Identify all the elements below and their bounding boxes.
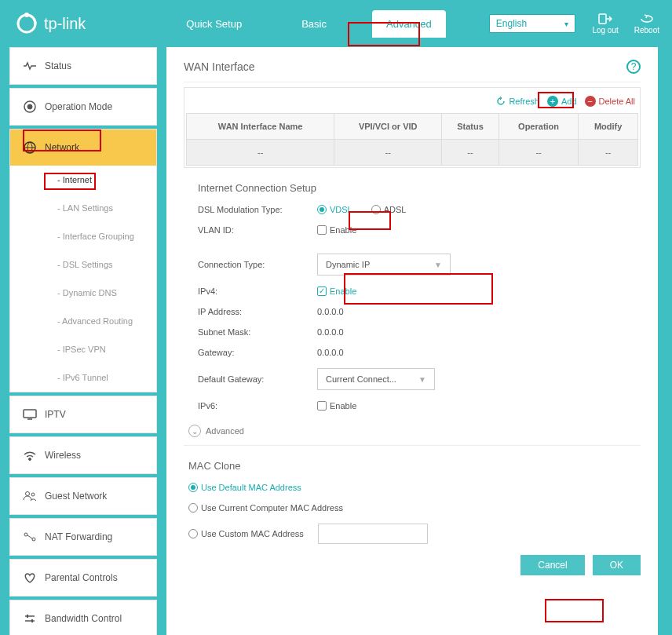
- defgw-label: Default Gateway:: [184, 374, 317, 384]
- radio-icon: [317, 205, 327, 214]
- sidebar-label: Parental Controls: [45, 572, 118, 583]
- sidebar-item-nat[interactable]: NAT Forwarding: [10, 519, 156, 555]
- ipv4-label: IPv4:: [184, 286, 317, 296]
- tab-basic[interactable]: Basic: [287, 10, 341, 38]
- checkbox-ipv6-enable[interactable]: Enable: [317, 401, 356, 411]
- sidebar-label: Network: [45, 142, 79, 153]
- checkbox-icon: [317, 401, 327, 411]
- vlan-enable-label: Enable: [330, 225, 356, 235]
- target-icon: [23, 100, 37, 114]
- wan-table: WAN Interface Name VPI/VCI or VID Status…: [186, 113, 638, 166]
- tv-icon: [23, 407, 37, 422]
- radio-adsl[interactable]: ADSL: [371, 205, 407, 214]
- separator: [184, 445, 641, 446]
- main-wrap: Status Operation Mode Network - Internet…: [0, 47, 672, 635]
- subnav-ipsec[interactable]: - IPSec VPN: [10, 335, 156, 363]
- plus-icon: +: [547, 96, 558, 107]
- content-header: WAN Interface ?: [184, 60, 641, 82]
- pulse-icon: [23, 59, 37, 73]
- tab-quick-setup[interactable]: Quick Setup: [172, 10, 256, 38]
- radio-icon: [188, 483, 198, 492]
- th-status: Status: [442, 114, 499, 140]
- ipaddr-label: IP Address:: [184, 307, 317, 316]
- refresh-label: Refresh: [509, 97, 539, 106]
- subnav-dsl[interactable]: - DSL Settings: [10, 250, 156, 279]
- mac-custom-label: Use Custom MAC Address: [201, 529, 304, 538]
- subnav-ddns[interactable]: - Dynamic DNS: [10, 279, 156, 307]
- ok-button[interactable]: OK: [593, 555, 641, 575]
- radio-mac-default[interactable]: Use Default MAC Address: [188, 483, 301, 492]
- row-ipv4: IPv4: Enable: [184, 286, 641, 296]
- cell: --: [442, 140, 499, 166]
- radio-mac-custom[interactable]: Use Custom MAC Address: [188, 529, 304, 538]
- sidebar-item-network[interactable]: Network: [10, 130, 156, 166]
- ipv6-label: IPv6:: [184, 401, 317, 411]
- radio-vdsl[interactable]: VDSL: [317, 205, 352, 214]
- radio-icon: [188, 503, 198, 513]
- help-icon[interactable]: ?: [626, 60, 641, 74]
- refresh-icon: [496, 97, 506, 106]
- svg-point-7: [29, 458, 31, 461]
- topbar: tp-link Quick Setup Basic Advanced Engli…: [0, 0, 672, 47]
- svg-point-9: [31, 493, 35, 496]
- sidebar-item-status[interactable]: Status: [10, 48, 156, 84]
- sidebar-item-wireless[interactable]: Wireless: [10, 437, 156, 473]
- checkbox-ipv4-enable[interactable]: Enable: [317, 286, 356, 296]
- cancel-button[interactable]: Cancel: [520, 555, 584, 575]
- svg-point-10: [24, 533, 27, 536]
- radio-icon: [188, 529, 198, 538]
- sidebar-item-guest[interactable]: Guest Network: [10, 478, 156, 514]
- row-mac-current: Use Current Computer MAC Address: [184, 503, 641, 513]
- sidebar: Status Operation Mode Network - Internet…: [0, 47, 157, 635]
- radio-icon: [371, 205, 381, 214]
- language-value: English: [496, 18, 527, 29]
- subnav-lan[interactable]: - LAN Settings: [10, 194, 156, 222]
- subnav-ifgroup[interactable]: - Interface Grouping: [10, 222, 156, 250]
- cell: --: [579, 140, 638, 166]
- wifi-icon: [23, 448, 37, 462]
- users-icon: [23, 489, 37, 503]
- add-button[interactable]: + Add: [544, 94, 580, 108]
- defgw-value: Current Connect...: [326, 374, 396, 384]
- adsl-label: ADSL: [384, 205, 407, 214]
- defgw-select[interactable]: Current Connect... ▼: [317, 368, 435, 390]
- logout-button[interactable]: Log out: [592, 13, 618, 35]
- radio-mac-current[interactable]: Use Current Computer MAC Address: [188, 503, 343, 513]
- advanced-label: Advanced: [206, 426, 244, 436]
- top-actions: Log out Reboot: [592, 13, 659, 35]
- content-pane: WAN Interface ? Refresh + Add − Delete A…: [166, 47, 658, 635]
- sidebar-item-opmode[interactable]: Operation Mode: [10, 89, 156, 125]
- sidebar-label: NAT Forwarding: [45, 531, 112, 542]
- row-defgw: Default Gateway: Current Connect... ▼: [184, 368, 641, 390]
- svg-point-1: [24, 13, 29, 17]
- chevron-down-icon: ▾: [564, 20, 568, 28]
- th-modify: Modify: [579, 114, 638, 140]
- subnav-advrouting[interactable]: - Advanced Routing: [10, 307, 156, 335]
- cell: --: [334, 140, 442, 166]
- brand-text: tp-link: [44, 15, 86, 33]
- sidebar-item-parental[interactable]: Parental Controls: [10, 560, 156, 596]
- sidebar-label: Operation Mode: [45, 101, 112, 112]
- mac-custom-input[interactable]: [318, 524, 428, 544]
- ipv6-enable-label: Enable: [330, 401, 356, 411]
- delete-all-button[interactable]: − Delete All: [582, 94, 638, 108]
- mac-default-label: Use Default MAC Address: [201, 483, 301, 492]
- language-select[interactable]: English ▾: [489, 14, 575, 33]
- sidebar-item-bw[interactable]: Bandwidth Control: [10, 600, 156, 635]
- conntype-select[interactable]: Dynamic IP ▼: [317, 254, 451, 276]
- subnav-ipv6tunnel[interactable]: - IPv6 Tunnel: [10, 363, 156, 392]
- gateway-value: 0.0.0.0: [317, 348, 344, 357]
- sidebar-label: Wireless: [45, 450, 81, 461]
- subnet-value: 0.0.0.0: [317, 327, 344, 337]
- tab-advanced[interactable]: Advanced: [372, 10, 446, 38]
- setup-title: Internet Connection Setup: [198, 182, 641, 194]
- refresh-button[interactable]: Refresh: [493, 94, 542, 108]
- advanced-toggle[interactable]: ⌄ Advanced: [188, 425, 641, 437]
- logo-icon: [16, 13, 38, 35]
- reboot-button[interactable]: Reboot: [634, 13, 659, 35]
- sidebar-label: Guest Network: [45, 491, 107, 502]
- checkbox-vlan-enable[interactable]: Enable: [317, 225, 356, 235]
- subnav-internet[interactable]: - Internet: [10, 166, 156, 194]
- svg-rect-2: [599, 14, 606, 24]
- sidebar-item-iptv[interactable]: IPTV: [10, 396, 156, 432]
